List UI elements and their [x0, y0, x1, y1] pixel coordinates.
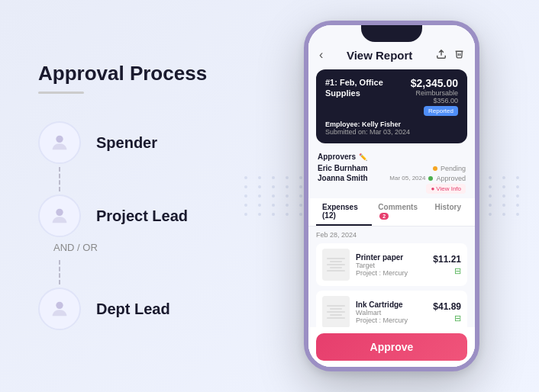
left-panel: Approval Process Spender	[0, 0, 244, 392]
approval-steps: Spender Project Lead AND / OR	[38, 121, 188, 330]
svg-point-2	[56, 302, 63, 309]
expense-item-1[interactable]: Ink Cartridge Walmart Project : Mercury …	[316, 291, 467, 327]
avatar-spender	[38, 121, 81, 164]
approve-btn-wrap: Approve	[308, 327, 475, 367]
person-icon-2	[49, 205, 70, 227]
header-icons	[436, 49, 464, 62]
expense-name-0: Printer paper	[356, 253, 427, 262]
approver-name-0: Eric Burnham	[318, 164, 368, 172]
approve-button[interactable]: Approve	[316, 333, 467, 361]
expense-project-0: Project : Mercury	[356, 269, 427, 277]
approver-status-0: Pending	[433, 165, 466, 172]
step-project-lead-left	[38, 194, 81, 237]
step-dept-lead-label: Dept Lead	[96, 300, 170, 318]
expense-amount-0: $11.21	[433, 254, 461, 265]
report-card: #1: Feb, Office Supplies $2,345.00 Reimb…	[316, 69, 467, 143]
report-amount-block: $2,345.00 Reimbursable $356.00 Reported	[402, 77, 458, 116]
edit-icon[interactable]: ✏️	[359, 153, 367, 161]
approvers-section: Approvers ✏️ Eric Burnham Pending Joanna…	[308, 148, 475, 198]
phone-screen: ‹ View Report #1: Feb, Office Suppl	[308, 25, 475, 367]
approver-row-1: Joanna Smith Mar 05, 2024 Approved	[318, 174, 466, 182]
pending-dot	[433, 166, 437, 171]
approver-status-text-0: Pending	[441, 165, 466, 172]
back-button[interactable]: ‹	[319, 48, 323, 62]
step-spender: Spender	[38, 121, 157, 164]
expense-vendor-1: Walmart	[356, 309, 427, 316]
phone-header: ‹ View Report	[308, 42, 475, 66]
approver-name-1: Joanna Smith	[318, 174, 368, 182]
svg-point-0	[56, 136, 63, 143]
receipt-thumb-0	[322, 249, 350, 281]
tabs-bar: Expenses (12) Comments 2 History	[308, 198, 475, 227]
reported-badge: Reported	[424, 106, 458, 116]
approver-row-0: Eric Burnham Pending	[318, 164, 466, 172]
report-number: #1: Feb, Office Supplies	[325, 77, 402, 99]
step-project-lead: Project Lead	[38, 194, 188, 237]
dashed-connector-1	[59, 167, 60, 191]
phone-wrapper: ‹ View Report #1: Feb, Office Suppl	[304, 21, 479, 371]
svg-point-1	[56, 209, 63, 216]
dot-grid-left: const dleft = document.querySelector('.d…	[244, 176, 307, 216]
phone-notch	[361, 25, 422, 42]
person-icon-3	[49, 298, 70, 320]
expenses-list: Feb 28, 2024 Printer paper Target	[308, 227, 475, 327]
approver-status-text-1: Approved	[436, 175, 466, 182]
expense-amount-wrap-0: $11.21 ⊟	[433, 254, 461, 276]
title-underline	[38, 92, 84, 94]
and-or-label: AND / OR	[53, 242, 98, 253]
receipt-icon-0: ⊟	[454, 266, 461, 276]
view-info-row: ● View Info	[318, 184, 466, 194]
report-employee: Employee: Kelly Fisher	[325, 120, 458, 128]
step-project-lead-label: Project Lead	[96, 207, 188, 225]
expense-name-1: Ink Cartridge	[356, 300, 427, 309]
step-spender-label: Spender	[96, 134, 157, 152]
phone: ‹ View Report #1: Feb, Office Suppl	[304, 21, 479, 371]
approval-title: Approval Process	[38, 62, 207, 85]
approver-status-1: Mar 05, 2024 Approved	[389, 175, 466, 182]
approver-date-1: Mar 05, 2024	[389, 175, 425, 182]
date-section-label: Feb 28, 2024	[316, 231, 467, 239]
report-reimbursable: Reimbursable $356.00	[402, 89, 458, 104]
tab-expenses[interactable]: Expenses (12)	[316, 198, 372, 226]
person-icon	[49, 132, 70, 153]
tab-comments[interactable]: Comments 2	[372, 198, 428, 226]
tab-history[interactable]: History	[429, 198, 467, 226]
approved-dot	[428, 176, 433, 181]
step-dept-lead: Dept Lead	[38, 288, 170, 330]
step-spender-left	[38, 121, 81, 164]
step-dept-lead-left	[38, 288, 81, 330]
expense-info-1: Ink Cartridge Walmart Project : Mercury	[356, 300, 427, 324]
dashed-connector-2	[59, 260, 60, 284]
report-submitted: Submitted on: Mar 03, 2024	[325, 128, 458, 136]
receipt-icon-1: ⊟	[454, 313, 461, 323]
comments-badge: 2	[379, 213, 389, 220]
avatar-dept-lead	[38, 288, 81, 330]
right-panel: const dleft = document.querySelector('.d…	[244, 0, 539, 392]
receipt-thumb-1	[322, 296, 350, 327]
expense-info-0: Printer paper Target Project : Mercury	[356, 253, 427, 277]
report-amount-value: $2,345.00	[402, 77, 458, 89]
expense-item-0[interactable]: Printer paper Target Project : Mercury $…	[316, 243, 467, 286]
export-icon[interactable]	[436, 49, 447, 62]
avatar-project-lead	[38, 194, 81, 237]
approvers-header: Approvers ✏️	[318, 153, 466, 161]
delete-icon[interactable]	[454, 49, 464, 61]
expense-amount-1: $41.89	[433, 301, 461, 312]
expense-amount-wrap-1: $41.89 ⊟	[433, 301, 461, 323]
header-title: View Report	[347, 49, 412, 62]
expense-project-1: Project : Mercury	[356, 316, 427, 324]
approvers-label: Approvers	[318, 153, 356, 161]
view-info-button[interactable]: ● View Info	[426, 184, 466, 194]
expense-vendor-0: Target	[356, 262, 427, 269]
